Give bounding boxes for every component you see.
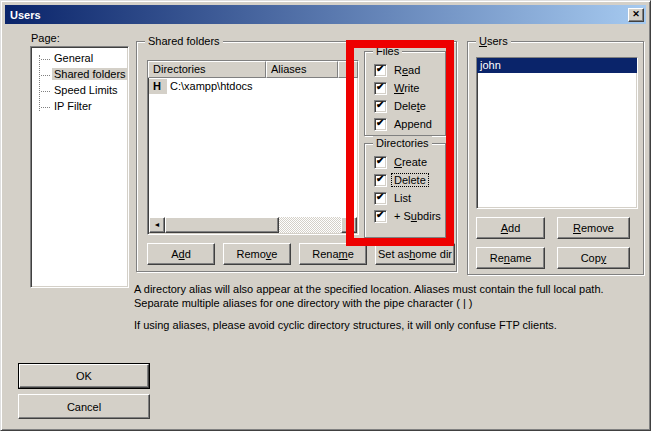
table-row[interactable]: H C:\xampp\htdocs [149, 79, 357, 94]
subdirs-checkbox[interactable]: ✔ [374, 210, 387, 223]
home-flag: H [149, 79, 167, 94]
table-body: H C:\xampp\htdocs [149, 79, 357, 217]
dir-delete-checkbox[interactable]: ✔ [374, 174, 387, 187]
user-remove-button[interactable]: Remove [557, 217, 630, 239]
shared-rename-button[interactable]: Rename [299, 243, 367, 265]
page-item-shared-folders[interactable]: Shared folders [33, 67, 127, 83]
files-read-row: ✔ Read [374, 61, 442, 79]
check-icon: ✔ [376, 209, 384, 220]
column-header-directories[interactable]: Directories [148, 61, 266, 78]
users-list: john [476, 57, 638, 209]
close-icon: ✕ [632, 9, 640, 19]
list-checkbox[interactable]: ✔ [374, 192, 387, 205]
files-permissions-group: Files ✔ Read ✔ Write ✔ Delete ✔ Append [364, 51, 446, 136]
check-icon: ✔ [376, 191, 384, 202]
user-add-button[interactable]: Add [476, 217, 545, 239]
page-item-speed-limits[interactable]: Speed Limits [33, 83, 127, 99]
page-item-general[interactable]: General [33, 51, 127, 67]
alias-note: A directory alias will also appear at th… [134, 282, 642, 310]
scroll-right-icon: ► [346, 221, 353, 228]
dir-delete-label: Delete [392, 174, 428, 186]
files-write-row: ✔ Write [374, 79, 442, 97]
dirs-delete-row: ✔ Delete [374, 171, 442, 189]
list-label: List [392, 192, 413, 204]
close-button[interactable]: ✕ [628, 8, 644, 22]
check-icon: ✔ [376, 155, 384, 166]
ok-button-default-ring: OK [18, 363, 150, 389]
ok-button[interactable]: OK [19, 364, 149, 388]
create-checkbox[interactable]: ✔ [374, 156, 387, 169]
users-group: Users john Add Remove Rename Copy [467, 41, 644, 275]
directory-cell: C:\xampp\htdocs [167, 79, 357, 94]
append-label: Append [392, 118, 434, 130]
users-group-label: Users [476, 34, 511, 48]
check-icon: ✔ [376, 81, 384, 92]
dirs-create-row: ✔ Create [374, 153, 442, 171]
shared-folders-group-label: Shared folders [145, 34, 223, 48]
column-header-aliases[interactable]: Aliases [266, 61, 338, 78]
scrollbar-thumb[interactable] [165, 217, 279, 233]
check-icon: ✔ [376, 99, 384, 110]
page-item-ip-filter[interactable]: IP Filter [33, 99, 127, 115]
cyclic-note: If using aliases, please avoid cyclic di… [134, 318, 642, 332]
shared-folders-table: Directories Aliases H C:\xampp\htdocs ◄ … [147, 60, 359, 235]
notes: A directory alias will also appear at th… [134, 282, 642, 332]
check-icon: ✔ [376, 173, 384, 184]
scrollbar-track[interactable] [279, 217, 341, 233]
files-delete-row: ✔ Delete [374, 97, 442, 115]
write-checkbox[interactable]: ✔ [374, 82, 387, 95]
page-label: Page: [31, 32, 60, 44]
users-dialog: Users ✕ Page: General Shared folders Spe… [0, 0, 651, 431]
page-list: General Shared folders Speed Limits IP F… [30, 46, 129, 288]
page-tree: General Shared folders Speed Limits IP F… [31, 47, 128, 115]
read-checkbox[interactable]: ✔ [374, 64, 387, 77]
check-icon: ✔ [376, 117, 384, 128]
horizontal-scrollbar[interactable]: ◄ ► [149, 217, 357, 233]
shared-add-button[interactable]: Add [147, 243, 215, 265]
dirs-list-row: ✔ List [374, 189, 442, 207]
directories-permissions-group: Directories ✔ Create ✔ Delete ✔ List ✔ +… [364, 143, 446, 238]
table-header: Directories Aliases [148, 61, 358, 78]
files-group-label: Files [373, 44, 402, 58]
scroll-right-button[interactable]: ► [341, 217, 357, 233]
scroll-left-button[interactable]: ◄ [149, 217, 165, 233]
read-label: Read [392, 64, 422, 76]
set-as-home-dir-button[interactable]: Set as home dir [375, 243, 455, 265]
dirs-subdirs-row: ✔ + Subdirs [374, 207, 442, 225]
files-append-row: ✔ Append [374, 115, 442, 133]
titlebar: Users ✕ [5, 5, 646, 24]
file-delete-label: Delete [392, 100, 428, 112]
check-icon: ✔ [376, 63, 384, 74]
scroll-left-icon: ◄ [154, 221, 161, 228]
user-item-john[interactable]: john [477, 58, 637, 73]
cancel-button[interactable]: Cancel [18, 394, 150, 419]
user-rename-button[interactable]: Rename [476, 247, 545, 269]
column-header-spacer [338, 61, 358, 78]
directories-group-label: Directories [373, 136, 432, 150]
window-title: Users [10, 9, 628, 21]
user-copy-button[interactable]: Copy [557, 247, 630, 269]
create-label: Create [392, 156, 429, 168]
shared-remove-button[interactable]: Remove [223, 243, 291, 265]
file-delete-checkbox[interactable]: ✔ [374, 100, 387, 113]
write-label: Write [392, 82, 421, 94]
subdirs-label: + Subdirs [392, 210, 443, 222]
append-checkbox[interactable]: ✔ [374, 118, 387, 131]
